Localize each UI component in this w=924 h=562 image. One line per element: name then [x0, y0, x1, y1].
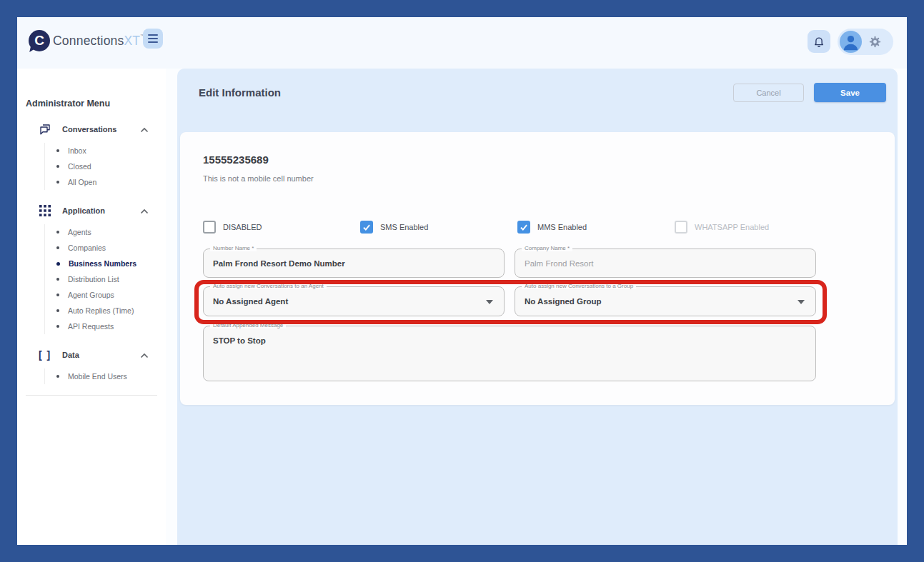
assign-group-dropdown[interactable]: Auto assign new Conversations to a Group…	[515, 286, 816, 316]
data-sub-list: Mobile End Users	[44, 368, 166, 384]
sidebar-item-label: Closed	[68, 162, 91, 171]
checkbox-label: MMS Enabled	[537, 223, 587, 231]
bell-icon	[813, 35, 825, 48]
sidebar-item-label: Mobile End Users	[68, 372, 127, 381]
section-head-conversations[interactable]: Conversations	[17, 121, 166, 138]
sidebar-item-label: Business Numbers	[69, 259, 136, 268]
checkbox-checked-icon	[360, 221, 373, 234]
save-button[interactable]: Save	[814, 83, 886, 102]
hamburger-icon	[148, 34, 158, 36]
chevron-down-icon	[798, 300, 805, 304]
checkbox-disabled[interactable]: DISABLED	[203, 221, 262, 234]
logo-letter: C	[34, 33, 44, 49]
field-label: Company Name *	[522, 245, 572, 251]
section-label: Application	[62, 206, 105, 215]
field-value: Palm Frond Resort Demo Number	[213, 259, 345, 268]
sidebar-divider	[26, 395, 157, 396]
bullet-icon	[56, 262, 60, 266]
cancel-button[interactable]: Cancel	[733, 84, 804, 102]
field-value: No Assigned Agent	[213, 297, 288, 306]
sidebar-title: Administrator Menu	[26, 99, 166, 109]
page-title: Edit Information	[199, 86, 281, 99]
sidebar-item-companies[interactable]: Companies	[45, 240, 166, 256]
gear-icon	[868, 34, 883, 49]
checkbox-label: WHATSAPP Enabled	[695, 223, 769, 231]
number-name-field[interactable]: Number Name * Palm Frond Resort Demo Num…	[203, 249, 505, 278]
sidebar-item-api-requests[interactable]: API Requests	[45, 318, 166, 334]
chevron-up-icon[interactable]	[140, 123, 149, 136]
sidebar-item-business-numbers[interactable]: Business Numbers	[45, 256, 166, 271]
checkbox-whatsapp-enabled: WHATSAPP Enabled	[675, 221, 769, 234]
chevron-down-icon	[486, 300, 493, 304]
sidebar-item-label: All Open	[68, 178, 96, 186]
bullet-icon	[56, 246, 59, 249]
chevron-up-icon[interactable]	[140, 204, 149, 217]
sidebar-item-auto-replies[interactable]: Auto Replies (Time)	[45, 303, 166, 318]
section-head-application[interactable]: Application	[17, 202, 166, 219]
field-label: Default Appended Message	[210, 322, 286, 328]
checkbox-icon	[675, 221, 687, 234]
appended-message-field[interactable]: Default Appended Message STOP to Stop	[203, 326, 816, 381]
sidebar-section-application: Application Agents Companies Business Nu…	[17, 202, 166, 334]
sidebar-item-label: API Requests	[68, 322, 114, 331]
app-window: C ConnectionsXT™	[17, 17, 907, 545]
business-number: 15555235689	[203, 154, 269, 166]
section-label: Data	[62, 351, 79, 359]
checkbox-mms-enabled[interactable]: MMS Enabled	[517, 221, 587, 234]
sidebar-section-data: [ ] Data Mobile End Users	[17, 346, 166, 384]
field-value: Palm Frond Resort	[525, 259, 594, 268]
chat-icon	[39, 123, 51, 136]
bullet-icon	[56, 165, 59, 168]
bullet-icon	[56, 149, 59, 152]
profile-pill	[838, 29, 893, 55]
sidebar-item-inbox[interactable]: Inbox	[45, 143, 166, 159]
avatar[interactable]	[840, 31, 862, 53]
app-logo: C ConnectionsXT™	[29, 30, 144, 51]
hamburger-menu-button[interactable]	[143, 29, 163, 49]
chevron-up-icon[interactable]	[140, 348, 149, 361]
company-name-field: Company Name * Palm Frond Resort	[515, 249, 816, 278]
application-sub-list: Agents Companies Business Numbers Distri…	[44, 224, 166, 334]
grid-icon	[39, 204, 51, 217]
sidebar-item-label: Agent Groups	[68, 291, 114, 299]
conversations-sub-list: Inbox Closed All Open	[44, 143, 166, 190]
bullet-icon	[56, 181, 59, 184]
sidebar-item-agents[interactable]: Agents	[45, 224, 166, 240]
brackets-icon: [ ]	[39, 348, 51, 361]
checkbox-checked-icon	[517, 221, 530, 234]
checkbox-sms-enabled[interactable]: SMS Enabled	[360, 221, 428, 234]
section-head-data[interactable]: [ ] Data	[17, 346, 166, 363]
logo-c-icon: C	[29, 30, 50, 51]
sidebar-item-agent-groups[interactable]: Agent Groups	[45, 287, 166, 303]
bullet-icon	[56, 325, 59, 328]
sidebar: Administrator Menu Conversations Inbox C…	[17, 69, 166, 545]
bullet-icon	[56, 231, 59, 234]
main-panel: Edit Information Cancel Save 15555235689…	[177, 69, 898, 545]
person-icon	[840, 31, 862, 53]
bullet-icon	[56, 309, 59, 312]
logo-name: Connections	[53, 34, 124, 49]
field-label: Number Name *	[210, 245, 257, 251]
sidebar-item-all-open[interactable]: All Open	[45, 174, 166, 190]
checkbox-label: SMS Enabled	[380, 223, 428, 231]
field-label: Auto assign new Conversations to an Agen…	[210, 283, 327, 289]
settings-button[interactable]	[868, 34, 883, 49]
sidebar-item-distribution-list[interactable]: Distribution List	[45, 271, 166, 287]
edit-card: 15555235689 This is not a mobile cell nu…	[180, 132, 895, 405]
checkbox-label: DISABLED	[223, 223, 262, 231]
bullet-icon	[56, 375, 59, 378]
number-note: This is not a mobile cell number	[203, 174, 314, 183]
assign-agent-dropdown[interactable]: Auto assign new Conversations to an Agen…	[203, 286, 505, 316]
sidebar-item-mobile-end-users[interactable]: Mobile End Users	[45, 368, 166, 384]
sidebar-section-conversations: Conversations Inbox Closed All Open	[17, 121, 166, 190]
sidebar-item-label: Distribution List	[68, 275, 119, 283]
sidebar-item-label: Auto Replies (Time)	[68, 306, 134, 315]
sidebar-item-label: Companies	[68, 244, 106, 252]
field-value: No Assigned Group	[525, 297, 602, 306]
sidebar-item-label: Inbox	[68, 146, 86, 155]
sidebar-item-closed[interactable]: Closed	[45, 159, 166, 174]
notifications-button[interactable]	[808, 30, 830, 53]
top-header: C ConnectionsXT™	[17, 17, 907, 69]
section-label: Conversations	[62, 125, 116, 134]
sidebar-item-label: Agents	[68, 228, 91, 236]
